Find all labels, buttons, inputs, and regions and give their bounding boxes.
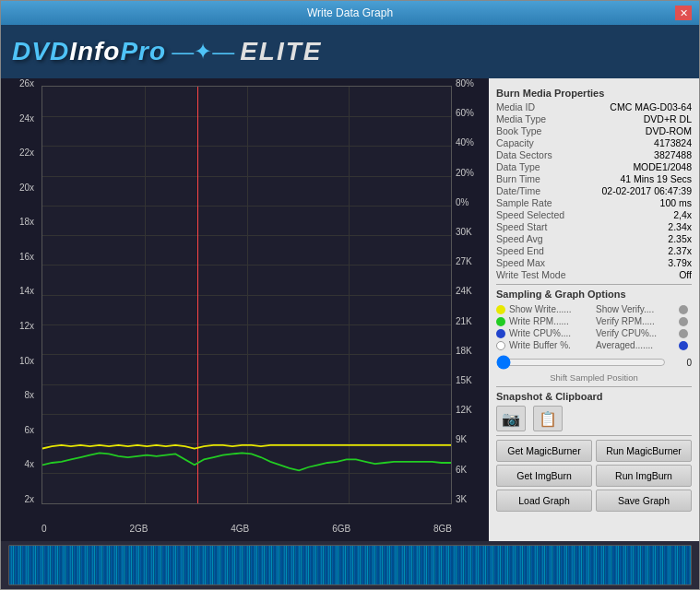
slider-row[interactable]: 0 — [496, 355, 692, 370]
verify-dot — [679, 305, 688, 314]
y-right-label: 15K — [456, 375, 472, 385]
logo-dvd: DVD — [12, 37, 69, 65]
y-label: 26x — [19, 78, 34, 88]
y-right-label: 27K — [456, 256, 472, 266]
y-label: 18x — [19, 217, 34, 227]
x-label: 8GB — [433, 524, 452, 534]
averaged-row: Averaged....... — [596, 340, 692, 350]
y-right-label: 40% — [456, 137, 474, 148]
x-label: 0 — [42, 524, 47, 534]
y-label: 16x — [19, 252, 34, 262]
header-elite: ELITE — [240, 37, 322, 66]
snapshot-header: Snapshot & Clipboard — [496, 391, 692, 402]
prop-speed-selected: Speed Selected 2,4x — [496, 209, 692, 220]
verify-rpm-row: Verify RPM..... — [596, 316, 692, 326]
snapshot-section: 📷 📋 — [496, 406, 692, 431]
verify-cpu-dot — [679, 329, 688, 338]
y-right-label: 12K — [456, 405, 472, 415]
prop-capacity: Capacity 4173824 — [496, 137, 692, 148]
run-magicburner-button[interactable]: Run MagicBurner — [596, 440, 692, 462]
slider-value: 0 — [666, 358, 692, 368]
y-label: 22x — [19, 148, 34, 158]
y-right-label: 60% — [456, 108, 474, 118]
prop-speed-start: Speed Start 2.34x — [496, 221, 692, 232]
shift-slider[interactable] — [496, 355, 666, 370]
show-write-row: Show Write...... — [496, 304, 592, 314]
get-magicburner-button[interactable]: Get MagicBurner — [496, 440, 592, 462]
prop-datetime: Date/Time 02-02-2017 06:47:39 — [496, 185, 692, 196]
x-axis: 0 2GB 4GB 6GB 8GB — [42, 524, 452, 534]
y-axis-right: 80% 60% 40% 20% 0% 30K 27K 24K 21K 18K 1… — [454, 78, 489, 504]
logo: DVDInfoPro — [12, 37, 166, 66]
disc-pattern — [8, 545, 692, 585]
sampling-header: Sampling & Graph Options — [496, 289, 692, 300]
x-label: 6GB — [332, 524, 350, 534]
save-graph-button[interactable]: Save Graph — [596, 490, 692, 512]
header-divider: —✦— — [172, 39, 234, 65]
prop-sample-rate: Sample Rate 100 ms — [496, 197, 692, 208]
prop-write-test: Write Test Mode Off — [496, 269, 692, 280]
prop-data-type: Data Type MODE1/2048 — [496, 161, 692, 172]
y-label: 10x — [19, 356, 34, 366]
prop-speed-max: Speed Max 3.79x — [496, 257, 692, 268]
x-label: 2GB — [129, 524, 148, 534]
y-label: 2x — [24, 494, 34, 504]
write-dot — [496, 305, 505, 314]
main-window: Write Data Graph ✕ DVDInfoPro —✦— ELITE … — [0, 0, 700, 590]
header-banner: DVDInfoPro —✦— ELITE — [1, 25, 699, 78]
prop-media-type: Media Type DVD+R DL — [496, 113, 692, 124]
y-label: 20x — [19, 183, 34, 193]
buffer-dot — [496, 341, 505, 350]
window-title: Write Data Graph — [25, 6, 675, 19]
prop-speed-end: Speed End 2.37x — [496, 245, 692, 256]
prop-media-id: Media ID CMC MAG-D03-64 — [496, 101, 692, 112]
prop-book-type: Book Type DVD-ROM — [496, 125, 692, 136]
y-label: 12x — [19, 321, 34, 331]
y-right-label: 20% — [456, 168, 474, 178]
rpm-dot — [496, 317, 505, 326]
y-right-label: 24K — [456, 286, 472, 296]
y-right-label: 3K — [456, 494, 467, 504]
verify-rpm-dot — [679, 317, 688, 326]
verify-cpu-row: Verify CPU%... — [596, 328, 692, 338]
prop-speed-avg: Speed Avg 2.35x — [496, 233, 692, 244]
right-panel: Burn Media Properties Media ID CMC MAG-D… — [489, 78, 699, 541]
y-label: 8x — [24, 390, 34, 400]
main-content: 26x 24x 22x 20x 18x 16x 14x 12x 10x 8x 6… — [1, 78, 699, 541]
camera-button[interactable]: 📷 — [496, 406, 526, 431]
load-graph-button[interactable]: Load Graph — [496, 490, 592, 512]
graph-area: 26x 24x 22x 20x 18x 16x 14x 12x 10x 8x 6… — [1, 78, 489, 541]
y-right-label: 21K — [456, 316, 472, 326]
y-right-label: 80% — [456, 78, 474, 88]
graph-svg — [42, 87, 451, 503]
prop-burn-time: Burn Time 41 Mins 19 Secs — [496, 173, 692, 184]
close-button[interactable]: ✕ — [675, 6, 692, 20]
burn-media-header: Burn Media Properties — [496, 88, 692, 99]
prop-data-sectors: Data Sectors 3827488 — [496, 149, 692, 160]
logo-info: Info — [69, 37, 120, 65]
y-right-label: 6K — [456, 465, 467, 475]
x-label: 4GB — [231, 524, 249, 534]
y-label: 6x — [24, 425, 34, 435]
get-imgburn-button[interactable]: Get ImgBurn — [496, 465, 592, 487]
y-right-label: 18K — [456, 346, 472, 356]
cpu-dot — [496, 329, 505, 338]
clipboard-button[interactable]: 📋 — [533, 406, 563, 431]
y-right-label: 30K — [456, 227, 472, 237]
write-rpm-row: Write RPM...... — [496, 316, 592, 326]
footer-bar — [1, 541, 699, 589]
graph-grid — [42, 86, 452, 504]
y-label: 14x — [19, 286, 34, 296]
averaged-dot — [679, 341, 688, 350]
write-cpu-row: Write CPU%.... — [496, 328, 592, 338]
y-right-label: 0% — [456, 197, 469, 207]
run-imgburn-button[interactable]: Run ImgBurn — [596, 465, 692, 487]
y-axis-left: 26x 24x 22x 20x 18x 16x 14x 12x 10x 8x 6… — [1, 78, 38, 504]
y-right-label: 9K — [456, 434, 467, 444]
y-label: 24x — [19, 113, 34, 124]
show-verify-row: Show Verify.... — [596, 304, 692, 314]
write-buffer-row: Write Buffer %. — [496, 340, 592, 350]
shift-label: Shift Sampled Position — [496, 372, 692, 383]
title-bar: Write Data Graph ✕ — [1, 1, 699, 25]
y-label: 4x — [24, 459, 34, 469]
